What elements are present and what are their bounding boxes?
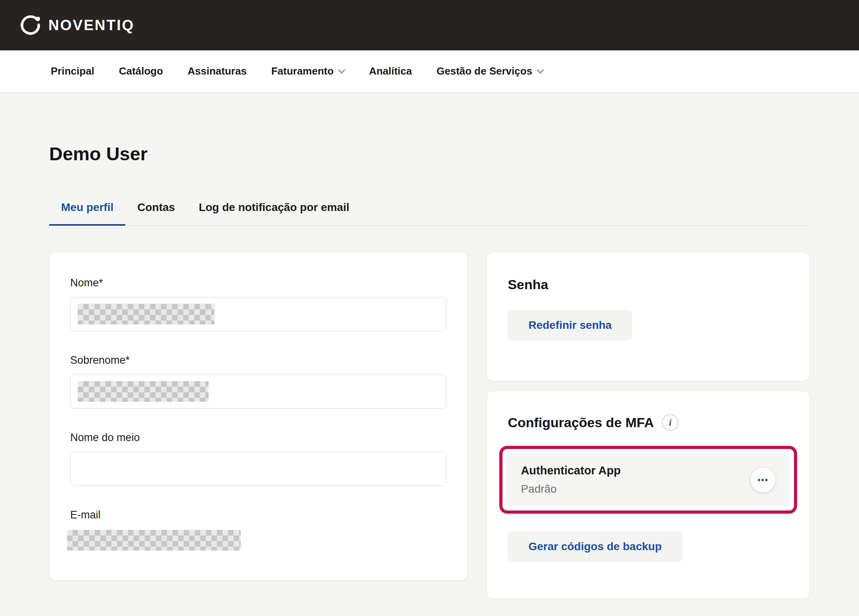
- last-name-label: Sobrenome*: [70, 354, 447, 367]
- nav-item-label: Assinaturas: [188, 65, 247, 77]
- mfa-method-highlight: Authenticator App Padrão •••: [499, 446, 797, 514]
- last-name-input[interactable]: [70, 374, 447, 409]
- mfa-method-texts: Authenticator App Padrão: [521, 464, 621, 495]
- email-label: E-mail: [70, 509, 447, 521]
- first-name-label: Nome*: [70, 277, 447, 289]
- content-grid: Nome* Sobrenome* Nome do meio E-: [49, 252, 810, 599]
- tab-log-notificacao-email[interactable]: Log de notificação por email: [187, 201, 361, 226]
- first-name-input[interactable]: [70, 297, 447, 331]
- middle-name-label: Nome do meio: [70, 432, 447, 444]
- nav-item-analitica[interactable]: Analítica: [369, 65, 412, 77]
- profile-form-card: Nome* Sobrenome* Nome do meio E-: [49, 252, 468, 581]
- nav-item-catalogo[interactable]: Catálogo: [119, 65, 163, 77]
- info-icon[interactable]: i: [662, 414, 679, 431]
- nav-item-gestao-de-servicos[interactable]: Gestão de Serviços: [437, 65, 543, 77]
- redacted-first-name-value: [78, 304, 215, 324]
- password-card: Senha Redefinir senha: [487, 252, 810, 381]
- tab-meu-perfil[interactable]: Meu perfil: [49, 201, 125, 226]
- profile-tabs: Meu perfil Contas Log de notificação por…: [49, 201, 811, 226]
- right-column: Senha Redefinir senha Configurações de M…: [487, 252, 810, 599]
- nav-item-faturamento[interactable]: Faturamento: [271, 65, 344, 77]
- brand-name: NOVENTIQ: [48, 17, 134, 34]
- field-first-name: Nome*: [70, 277, 447, 331]
- nav-item-label: Analítica: [369, 65, 412, 77]
- tab-contas[interactable]: Contas: [125, 201, 187, 226]
- page-title: Demo User: [49, 143, 810, 165]
- mfa-title-row: Configurações de MFA i: [508, 414, 789, 431]
- reset-password-button[interactable]: Redefinir senha: [508, 310, 632, 341]
- nav-item-principal[interactable]: Principal: [51, 65, 94, 77]
- mfa-options-button[interactable]: •••: [750, 467, 776, 493]
- redacted-email-value: [67, 530, 241, 551]
- nav-item-label: Catálogo: [119, 65, 163, 77]
- mfa-card-title: Configurações de MFA: [508, 415, 654, 430]
- mfa-method-name: Authenticator App: [521, 464, 621, 477]
- page: NOVENTIQ Principal Catálogo Assinaturas …: [0, 0, 859, 599]
- mfa-method-row: Authenticator App Padrão •••: [506, 453, 790, 507]
- field-email: E-mail: [70, 509, 447, 551]
- chevron-down-icon: [537, 66, 544, 73]
- mfa-method-status: Padrão: [521, 483, 621, 495]
- ellipsis-icon: •••: [757, 475, 769, 485]
- mfa-settings-card: Configurações de MFA i Authenticator App…: [487, 391, 810, 599]
- noventiq-logo-icon: [19, 14, 42, 37]
- redacted-last-name-value: [78, 381, 209, 402]
- nav-item-assinaturas[interactable]: Assinaturas: [188, 65, 247, 77]
- main-content: Demo User Meu perfil Contas Log de notif…: [0, 143, 859, 599]
- middle-name-input[interactable]: [70, 452, 447, 486]
- app-header: NOVENTIQ: [0, 0, 859, 50]
- generate-backup-codes-button[interactable]: Gerar códigos de backup: [508, 531, 682, 562]
- field-middle-name: Nome do meio: [70, 432, 447, 486]
- chevron-down-icon: [338, 66, 345, 73]
- brand-logo[interactable]: NOVENTIQ: [19, 14, 134, 37]
- main-nav: Principal Catálogo Assinaturas Faturamen…: [0, 50, 859, 92]
- field-last-name: Sobrenome*: [70, 354, 447, 409]
- password-card-title: Senha: [508, 277, 789, 292]
- nav-item-label: Faturamento: [271, 65, 334, 77]
- nav-item-label: Gestão de Serviços: [437, 65, 532, 77]
- nav-item-label: Principal: [51, 65, 94, 77]
